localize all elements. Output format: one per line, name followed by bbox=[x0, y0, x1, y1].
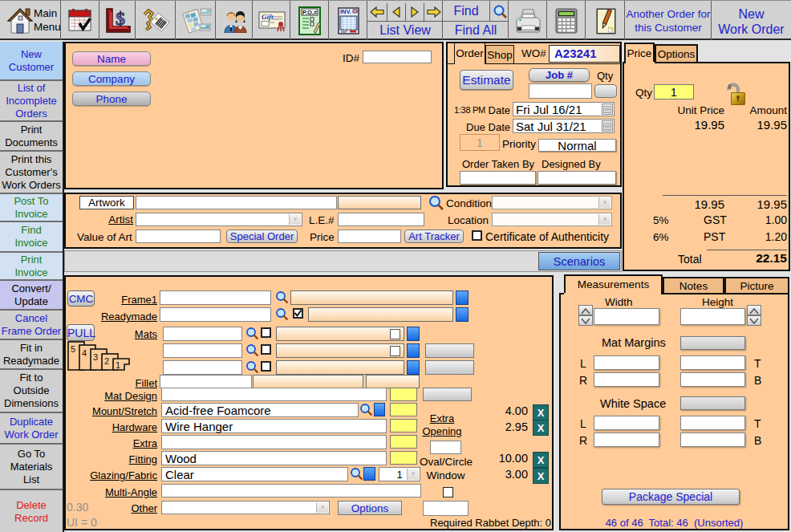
svg-text:P.O.#: P.O.# bbox=[302, 9, 318, 16]
svg-text:5: 5 bbox=[71, 344, 75, 354]
svg-text:1: 1 bbox=[116, 360, 120, 370]
svg-text:4: 4 bbox=[82, 348, 87, 358]
svg-text:2: 2 bbox=[104, 356, 109, 366]
svg-text:3: 3 bbox=[93, 352, 98, 362]
svg-text:$: $ bbox=[116, 8, 125, 29]
svg-text:INV.: INV. bbox=[340, 8, 351, 15]
svg-text:Gift: Gift bbox=[262, 13, 274, 21]
